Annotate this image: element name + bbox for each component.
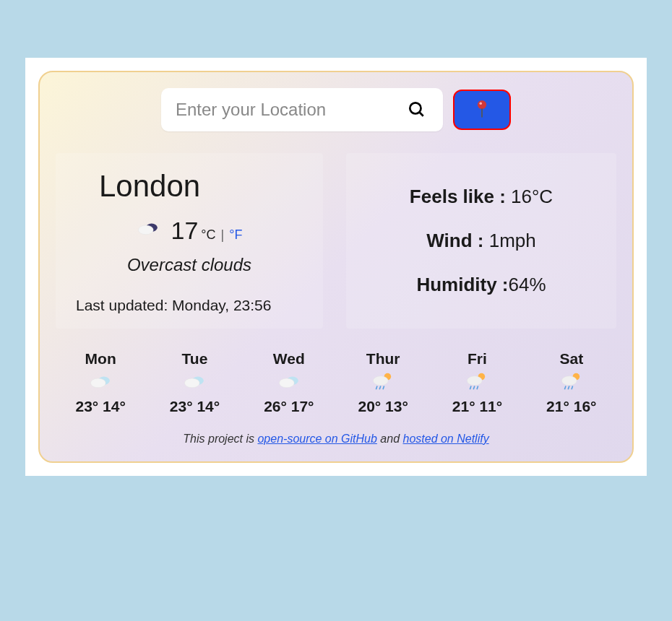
temperature-display: 17 °C | °F xyxy=(171,217,243,245)
forecast-weather-icon xyxy=(150,372,239,392)
forecast-high: 26° xyxy=(264,398,287,414)
feels-like: Feels like : 16°C xyxy=(368,186,595,208)
cloud-icon xyxy=(137,219,160,243)
last-updated-label: Last updated: xyxy=(76,297,172,313)
current-location-button[interactable] xyxy=(453,90,511,130)
temperature-row: 17 °C | °F xyxy=(76,217,303,245)
forecast-temps: 21° 16° xyxy=(527,398,616,415)
forecast-weather-icon xyxy=(244,372,334,392)
svg-point-2 xyxy=(478,100,486,109)
forecast-day: Tue23° 14° xyxy=(150,350,239,415)
main-panels: London 17 °C | °F xyxy=(56,153,616,329)
forecast-temps: 20° 13° xyxy=(338,398,428,415)
search-icon xyxy=(407,100,426,118)
forecast-day: Thur20° 13° xyxy=(338,350,428,415)
forecast-high: 23° xyxy=(75,398,98,414)
forecast-day: Fri21° 11° xyxy=(432,350,522,415)
last-updated: Last updated: Monday, 23:56 xyxy=(76,297,303,314)
forecast-weather-icon xyxy=(56,372,145,392)
forecast-temps: 23° 14° xyxy=(150,398,239,415)
svg-point-24 xyxy=(561,376,577,386)
github-link[interactable]: open-source on GitHub xyxy=(257,433,376,445)
feels-like-label: Feels like : xyxy=(410,186,511,207)
temperature-value: 17 xyxy=(171,217,199,245)
svg-line-16 xyxy=(379,386,381,389)
svg-point-6 xyxy=(138,225,153,235)
svg-line-15 xyxy=(376,386,378,389)
forecast-high: 21° xyxy=(452,398,475,414)
forecast-low: 16° xyxy=(574,398,597,414)
svg-line-27 xyxy=(572,386,573,389)
footer: This project is open-source on GitHub an… xyxy=(56,433,616,446)
unit-celsius[interactable]: °C xyxy=(201,227,215,242)
search-box xyxy=(161,88,443,131)
wind: Wind : 1mph xyxy=(368,230,595,252)
svg-line-1 xyxy=(420,112,423,116)
svg-line-21 xyxy=(474,386,475,389)
humidity-label: Humidity : xyxy=(416,274,508,295)
forecast-temps: 21° 11° xyxy=(432,398,522,415)
forecast-day-label: Fri xyxy=(432,350,522,368)
svg-point-8 xyxy=(91,378,106,388)
pin-icon xyxy=(474,100,490,120)
svg-point-12 xyxy=(279,378,294,388)
unit-separator: | xyxy=(221,227,225,242)
unit-fahrenheit[interactable]: °F xyxy=(229,227,242,242)
forecast-day: Mon23° 14° xyxy=(56,350,145,415)
svg-line-25 xyxy=(564,386,566,389)
forecast-temps: 23° 14° xyxy=(56,398,145,415)
forecast-day-label: Sat xyxy=(527,350,616,368)
forecast-low: 11° xyxy=(479,398,502,414)
app-container: London 17 °C | °F xyxy=(25,58,647,476)
forecast-weather-icon xyxy=(338,372,428,392)
weather-conditions: Overcast clouds xyxy=(76,255,303,275)
forecast-day-label: Mon xyxy=(56,350,145,368)
forecast-low: 13° xyxy=(385,398,408,414)
forecast-high: 21° xyxy=(546,398,569,414)
footer-prefix: This project is xyxy=(183,433,257,445)
netlify-link[interactable]: hosted on Netlify xyxy=(402,433,488,445)
forecast-high: 23° xyxy=(170,398,193,414)
forecast-low: 14° xyxy=(197,398,220,414)
location-input[interactable] xyxy=(176,100,404,120)
humidity: Humidity :64% xyxy=(368,274,595,296)
svg-line-20 xyxy=(470,386,472,389)
forecast-weather-icon xyxy=(527,372,616,392)
svg-point-10 xyxy=(185,378,200,388)
footer-mid: and xyxy=(377,433,403,445)
current-weather-panel: London 17 °C | °F xyxy=(56,153,323,329)
forecast-low: 14° xyxy=(103,398,126,414)
svg-point-3 xyxy=(480,103,483,105)
wind-value: 1mph xyxy=(489,230,536,251)
forecast-day-label: Tue xyxy=(150,350,239,368)
last-updated-value: Monday, 23:56 xyxy=(172,297,271,313)
forecast-day: Wed26° 17° xyxy=(244,350,334,415)
svg-line-17 xyxy=(383,386,384,389)
forecast-day-label: Thur xyxy=(338,350,428,368)
search-row xyxy=(56,88,616,131)
svg-line-22 xyxy=(477,386,478,389)
svg-rect-4 xyxy=(481,108,483,117)
feels-like-value: 16°C xyxy=(511,186,553,207)
forecast-weather-icon xyxy=(432,372,522,392)
wind-label: Wind : xyxy=(426,230,488,251)
forecast-row: Mon23° 14°Tue23° 14°Wed26° 17°Thur20° 13… xyxy=(56,350,616,415)
svg-line-26 xyxy=(568,386,569,389)
svg-point-19 xyxy=(468,376,483,386)
forecast-low: 17° xyxy=(291,398,314,414)
weather-card: London 17 °C | °F xyxy=(38,71,634,463)
metrics-panel: Feels like : 16°C Wind : 1mph Humidity :… xyxy=(346,153,616,329)
forecast-day: Sat21° 16° xyxy=(527,350,616,415)
forecast-day-label: Wed xyxy=(244,350,334,368)
humidity-value: 64% xyxy=(509,274,546,295)
search-button[interactable] xyxy=(404,97,428,123)
forecast-temps: 26° 17° xyxy=(244,398,334,415)
svg-point-14 xyxy=(374,376,389,386)
svg-point-0 xyxy=(410,103,421,113)
forecast-high: 20° xyxy=(358,398,381,414)
city-name: London xyxy=(99,169,303,204)
